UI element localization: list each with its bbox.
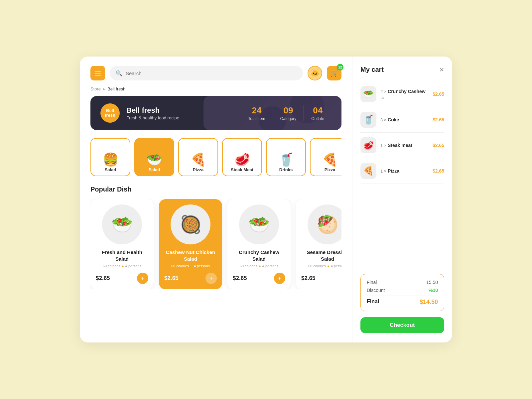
dish-image-d4: 🥙 [308,204,341,244]
cart-item-image-ci4: 🍕 [360,163,376,179]
dish-card-d1[interactable]: 🥗 Fresh and Health Salad 60 calories●4 p… [90,199,154,289]
cart-item-qty-ci1: 2 × Crunchy Cashew ... [380,89,429,99]
summary-final-row: Final 15.50 [367,280,438,285]
cart-item-ci2: 🥤 3 × Coke $2.65 [360,107,444,133]
category-label-drinks: Drinks [279,167,293,172]
summary-discount-value: %10 [429,288,438,293]
banner-logo: Bellfresh [100,103,120,123]
breadcrumb-store[interactable]: Store [90,86,101,91]
cart-item-qty-ci3: 1 × Steak meat [380,143,429,148]
cart-item-image-ci3: 🥩 [360,137,376,153]
dish-image-d2: 🥘 [171,204,210,244]
banner-stat-total: 24 Total item [241,105,272,121]
cart-summary: Final 15.50 Discount %10 Final $14.50 [360,274,444,311]
banner-category-num: 09 [280,105,297,116]
banner-text: Bell fresh Fresh & healthy food recipe [126,106,179,120]
search-input[interactable] [126,70,297,76]
summary-total-label: Final [367,299,379,306]
popular-title: Popular Dish [90,186,341,193]
cart-item-ci1: 🥗 2 × Crunchy Cashew ... $2.65 [360,81,444,107]
cart-header: My cart ✕ [360,66,444,73]
category-card-pizza2[interactable]: 🍕 Pizza [310,138,341,176]
cart-item-image-ci2: 🥤 [360,112,376,128]
cart-item-qty-ci4: 1 × Pizza [380,168,429,174]
category-icon-drinks: 🥤 [278,153,294,166]
avatar-button[interactable]: 🐱 [308,66,322,80]
dish-meta-d3: 60 calories●4 persons [240,264,278,268]
category-label-pizza1: Pizza [193,167,204,172]
dish-name-d4: Sesame Dressing Salad [301,249,341,262]
dish-footer-d3: $2.65 + [233,273,285,284]
search-bar: 🔍 [110,66,303,80]
banner-stats: 24 Total item 09 Category 04 Outlate [241,105,332,121]
cart-item-ci4: 🍕 1 × Pizza $2.65 [360,158,444,184]
left-panel: 🔍 🐱 🛒 12 Store ▶ Bell fresh Bellfresh [80,57,352,342]
dish-name-d1: Fresh and Health Salad [96,249,148,262]
summary-final-value: 15.50 [426,280,438,285]
menu-button[interactable] [90,66,105,80]
banner-title: Bell fresh [126,106,179,115]
category-card-steak[interactable]: 🥩 Steak Meat [222,138,262,176]
dish-footer-d1: $2.65 + [96,273,148,284]
banner-stat-outlate: 04 Outlate [304,105,332,121]
dish-card-d2[interactable]: 🥘 Cashew Nut Chicken Salad 60 calories●4… [159,199,222,289]
dish-price-d2: $2.65 [164,275,179,282]
category-label-salad1: Salad [105,167,116,172]
breadcrumb-separator: ▶ [103,87,105,91]
category-icon-salad1: 🍔 [103,153,118,166]
cart-button[interactable]: 🛒 12 [327,66,341,80]
cart-close-button[interactable]: ✕ [439,66,444,73]
cart-badge: 12 [337,64,343,70]
add-dish-button-d2[interactable]: + [205,273,217,284]
category-card-drinks[interactable]: 🥤 Drinks [266,138,306,176]
category-card-salad1[interactable]: 🍔 Salad [90,138,130,176]
cart-item-info-ci3: 1 × Steak meat [380,143,429,148]
category-label-pizza2: Pizza [325,167,335,172]
category-icon-salad2: 🥗 [147,153,162,166]
category-icon-steak: 🥩 [234,153,250,166]
dish-card-d4[interactable]: 🥙 Sesame Dressing Salad 60 calories●4 pe… [296,199,341,289]
breadcrumb: Store ▶ Bell fresh [90,86,341,91]
cart-item-price-ci3: $2.65 [433,143,444,148]
cart-item-info-ci4: 1 × Pizza [380,168,429,174]
cart-item-image-ci1: 🥗 [360,86,376,102]
dish-meta-d1: 60 calories●4 persons [103,264,141,268]
cart-item-price-ci1: $2.65 [433,91,444,97]
app-container: 🔍 🐱 🛒 12 Store ▶ Bell fresh Bellfresh [80,57,452,342]
banner-outlate-label: Outlate [311,116,324,121]
summary-final-label: Final [367,280,377,285]
dish-price-d3: $2.65 [233,275,247,282]
dish-card-d3[interactable]: 🥗 Crunchy Cashew Salad 60 calories●4 per… [227,199,291,289]
category-label-salad2: Salad [149,167,160,172]
cart-title: My cart [360,66,384,73]
dish-name-d3: Crunchy Cashew Salad [233,249,285,262]
dish-image-d3: 🥗 [239,204,279,244]
banner-stat-category: 09 Category [273,105,304,121]
banner-outlate-num: 04 [311,105,324,116]
cart-item-info-ci1: 2 × Crunchy Cashew ... [380,89,429,99]
banner-total-label: Total item [248,116,265,121]
cart-icon: 🛒 [330,69,338,77]
breadcrumb-current: Bell fresh [107,86,125,91]
dish-price-d4: $2.65 [301,275,316,282]
dish-meta-d2: 60 calories●4 persons [171,264,210,268]
header: 🔍 🐱 🛒 12 [90,66,341,80]
hamburger-icon [95,71,101,75]
checkout-button[interactable]: Checkout [360,317,444,333]
summary-discount-row: Discount %10 [367,288,438,293]
dish-name-d2: Cashew Nut Chicken Salad [164,249,217,262]
cart-item-name-ci1: Crunchy Cashew ... [380,89,426,99]
add-dish-button-d3[interactable]: + [274,273,285,284]
cart-item-ci3: 🥩 1 × Steak meat $2.65 [360,133,444,158]
cart-item-price-ci2: $2.65 [433,117,444,122]
add-dish-button-d1[interactable]: + [137,273,148,284]
category-label-steak: Steak Meat [231,167,253,172]
category-card-pizza1[interactable]: 🍕 Pizza [178,138,218,176]
search-icon: 🔍 [116,70,122,76]
cart-item-name-ci2: Coke [388,117,399,122]
category-card-salad2[interactable]: 🥗 Salad [134,138,174,176]
summary-total-row: Final $14.50 [367,299,438,306]
banner-subtitle: Fresh & healthy food recipe [126,115,179,120]
dish-price-d1: $2.65 [96,275,110,282]
category-icon-pizza2: 🍕 [322,153,338,166]
